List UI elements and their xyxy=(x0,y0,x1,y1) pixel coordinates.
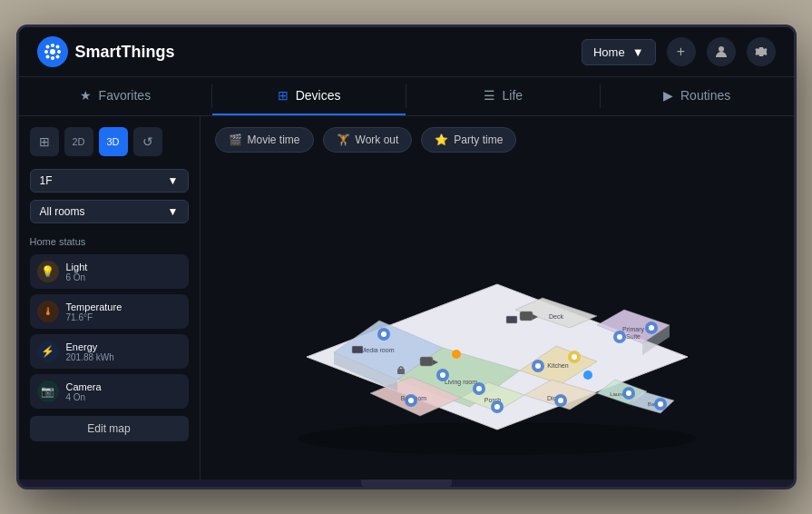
light-label: Light xyxy=(66,262,181,272)
energy-value: 201.88 kWh xyxy=(66,352,181,362)
svg-text:Kitchen: Kitchen xyxy=(547,362,568,369)
devices-icon: ⊞ xyxy=(278,88,289,103)
svg-point-38 xyxy=(440,372,445,378)
add-button[interactable]: + xyxy=(667,37,696,66)
svg-point-2 xyxy=(51,56,54,60)
svg-point-44 xyxy=(572,354,577,360)
logo-area: SmartThings xyxy=(37,36,175,67)
floor-arrow: ▼ xyxy=(168,174,179,187)
scene-party-time[interactable]: ⭐ Party time xyxy=(421,127,516,153)
tab-devices[interactable]: ⊞ Devices xyxy=(212,77,406,115)
svg-point-5 xyxy=(45,45,49,49)
app-logo-icon xyxy=(37,36,68,67)
svg-point-1 xyxy=(51,44,54,47)
light-text: Light 6 On xyxy=(66,262,181,282)
tab-routines[interactable]: ▶ Routines xyxy=(601,77,794,115)
tv-frame: SmartThings Home ▼ + xyxy=(16,25,797,489)
svg-point-40 xyxy=(476,386,482,391)
status-temperature[interactable]: 🌡 Temperature 71.6°F xyxy=(30,294,189,329)
device-pin-11[interactable] xyxy=(622,387,635,400)
floorplan: Media room Living room Kitchen xyxy=(215,163,779,469)
tab-favorites[interactable]: ★ Favorites xyxy=(19,77,212,115)
svg-point-42 xyxy=(535,363,541,369)
svg-rect-67 xyxy=(397,369,405,374)
svg-text:Media room: Media room xyxy=(360,347,394,353)
light-icon: 💡 xyxy=(37,261,59,282)
svg-point-0 xyxy=(50,49,55,54)
device-pin-5[interactable] xyxy=(568,351,581,363)
temperature-text: Temperature 71.6°F xyxy=(66,301,181,322)
camera-label: Camera xyxy=(66,381,181,392)
edit-map-button[interactable]: Edit map xyxy=(30,416,189,441)
view-2d-btn[interactable]: 2D xyxy=(64,127,93,156)
svg-point-36 xyxy=(381,331,386,337)
home-selector-arrow: ▼ xyxy=(632,45,644,59)
home-selector[interactable]: Home ▼ xyxy=(582,39,656,65)
home-selector-label: Home xyxy=(593,45,625,59)
tab-life[interactable]: ☰ Life xyxy=(406,77,600,115)
svg-point-46 xyxy=(617,334,622,340)
tab-routines-label: Routines xyxy=(680,88,730,103)
temperature-icon: 🌡 xyxy=(37,301,59,322)
device-pin-12[interactable] xyxy=(654,398,667,410)
tv-stand xyxy=(361,479,452,487)
svg-rect-64 xyxy=(506,316,517,323)
device-pin-1[interactable] xyxy=(377,328,390,341)
scene-movie-time[interactable]: 🎬 Movie time xyxy=(215,127,314,153)
energy-label: Energy xyxy=(66,341,181,352)
camera-text: Camera 4 On xyxy=(66,381,181,402)
device-pin-9[interactable] xyxy=(491,400,504,413)
life-icon: ☰ xyxy=(484,88,495,103)
routines-icon: ▶ xyxy=(663,88,673,103)
scene-work-out[interactable]: 🏋 Work out xyxy=(323,127,413,153)
status-camera[interactable]: 📷 Camera 4 On xyxy=(30,374,189,409)
movie-time-icon: 🎬 xyxy=(229,133,242,146)
svg-point-8 xyxy=(55,55,59,59)
device-pin-6[interactable] xyxy=(613,331,626,343)
svg-point-3 xyxy=(44,50,48,54)
favorites-icon: ★ xyxy=(80,88,92,103)
svg-text:Primary: Primary xyxy=(621,326,644,333)
view-3d-btn[interactable]: 3D xyxy=(99,127,128,156)
device-pin-10[interactable] xyxy=(554,394,567,407)
floorplan-svg: Media room Living room Kitchen xyxy=(261,175,733,457)
svg-point-52 xyxy=(494,404,500,410)
temperature-label: Temperature xyxy=(66,301,181,312)
floor-selector[interactable]: 1F ▼ xyxy=(30,169,189,193)
view-controls: ⊞ 2D 3D ↺ xyxy=(30,127,189,156)
party-time-label: Party time xyxy=(454,133,503,146)
status-energy[interactable]: ⚡ Energy 201.88 kWh xyxy=(30,334,189,369)
svg-text:Living room: Living room xyxy=(444,379,476,386)
svg-point-54 xyxy=(558,398,563,403)
room-selector[interactable]: All rooms ▼ xyxy=(30,200,189,223)
temperature-value: 71.6°F xyxy=(66,312,181,322)
main-content: ⊞ 2D 3D ↺ 1F ▼ All rooms ▼ Home status 💡 xyxy=(19,116,794,479)
camera-value: 4 On xyxy=(66,392,181,402)
device-pin-7[interactable] xyxy=(645,321,658,334)
device-pin-2[interactable] xyxy=(436,369,449,381)
work-out-label: Work out xyxy=(356,133,399,146)
svg-point-9 xyxy=(719,46,724,52)
settings-button[interactable] xyxy=(747,37,776,66)
svg-rect-59 xyxy=(520,311,533,321)
status-light[interactable]: 💡 Light 6 On xyxy=(30,254,189,289)
device-pin-8[interactable] xyxy=(405,394,417,407)
scene-bar: 🎬 Movie time 🏋 Work out ⭐ Party time xyxy=(215,127,779,153)
device-pin-3[interactable] xyxy=(473,382,485,395)
sidebar: ⊞ 2D 3D ↺ 1F ▼ All rooms ▼ Home status 💡 xyxy=(19,116,201,479)
svg-rect-63 xyxy=(352,346,363,353)
header: SmartThings Home ▼ + xyxy=(19,27,794,77)
svg-point-50 xyxy=(408,398,414,403)
floor-value: 1F xyxy=(40,174,53,187)
view-grid-btn[interactable]: ⊞ xyxy=(30,127,59,156)
view-history-btn[interactable]: ↺ xyxy=(133,127,162,156)
profile-button[interactable] xyxy=(707,37,736,66)
work-out-icon: 🏋 xyxy=(337,133,350,146)
tv-screen: SmartThings Home ▼ + xyxy=(19,27,794,479)
svg-point-58 xyxy=(658,401,663,407)
svg-point-66 xyxy=(583,371,592,380)
home-status-title: Home status xyxy=(30,236,189,247)
energy-text: Energy 201.88 kWh xyxy=(66,341,181,362)
svg-point-4 xyxy=(57,50,61,54)
device-pin-4[interactable] xyxy=(532,360,544,372)
